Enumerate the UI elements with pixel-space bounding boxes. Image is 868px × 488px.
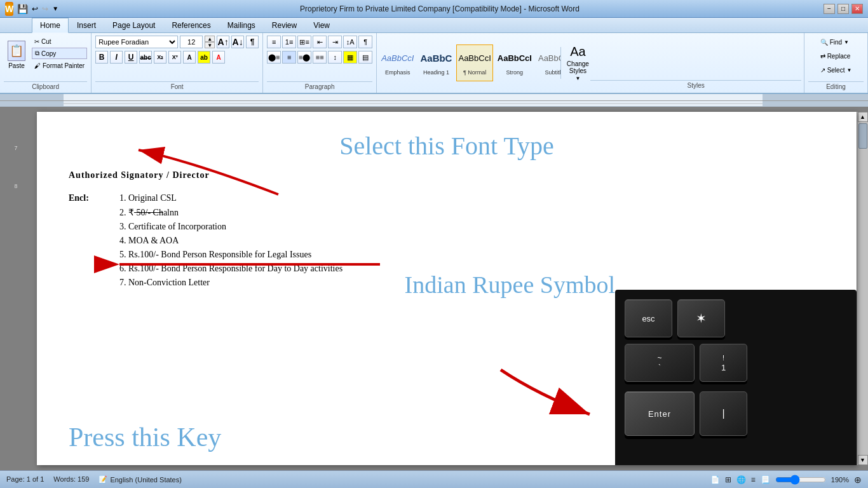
font-size-grow-btn[interactable]: A↑ xyxy=(217,36,229,48)
svg-rect-1 xyxy=(763,94,868,107)
list-item: 4. MOA & AOA xyxy=(119,236,825,246)
style-emphasis[interactable]: AaBbCcI Emphasis xyxy=(379,44,416,81)
style-strong[interactable]: AaBbCcI Strong xyxy=(496,44,534,81)
annotation-bottom: Press this Key xyxy=(69,422,221,452)
tab-home[interactable]: Home xyxy=(32,18,69,33)
find-dropdown-icon: ▼ xyxy=(844,39,849,45)
copy-button[interactable]: ⧉ Copy xyxy=(32,48,87,59)
tab-references[interactable]: References xyxy=(163,18,219,32)
close-btn[interactable]: ✕ xyxy=(851,4,863,14)
sort-btn[interactable]: ↕A xyxy=(343,36,357,48)
restore-btn[interactable]: □ xyxy=(837,4,849,14)
ruler-bar xyxy=(0,94,868,107)
paragraph-group-label: Paragraph xyxy=(267,81,372,92)
font-name-select[interactable]: Rupee Foradian xyxy=(95,36,178,48)
view-fullscreen-btn[interactable]: ⊞ xyxy=(725,475,731,484)
format-painter-button[interactable]: 🖌 Format Painter xyxy=(32,60,87,71)
list-item: 5. Rs.100/- Bond Person Responsible for … xyxy=(119,250,825,260)
scroll-up-btn[interactable]: ▲ xyxy=(858,112,868,122)
strikethrough-button[interactable]: abc xyxy=(139,51,152,64)
tab-view[interactable]: View xyxy=(305,18,338,32)
clear-formatting-btn[interactable]: ¶ xyxy=(246,36,259,48)
style-subtitle[interactable]: AaBbCcI Subtitle xyxy=(536,44,560,81)
text-effects-btn[interactable]: A xyxy=(183,51,196,64)
key-tilde: ~ ` xyxy=(625,344,695,382)
multilevel-list-btn[interactable]: ⊞≡ xyxy=(297,36,311,48)
tab-mailings[interactable]: Mailings xyxy=(219,18,264,32)
show-para-btn[interactable]: ¶ xyxy=(358,36,372,48)
svg-rect-2 xyxy=(64,94,763,107)
bullets-btn[interactable]: ≡ xyxy=(267,36,281,48)
font-size-increase-btn[interactable]: ▲ xyxy=(205,36,215,42)
scroll-thumb[interactable] xyxy=(858,123,867,149)
bold-button[interactable]: B xyxy=(95,51,108,64)
select-button[interactable]: ↗ Select ▼ xyxy=(817,64,856,76)
subscript-button[interactable]: X₂ xyxy=(154,51,166,64)
font-size-decrease-btn[interactable]: ▼ xyxy=(205,42,215,48)
group-font: Rupee Foradian ▲ ▼ A↑ A↓ ¶ B I U abc X₂ … xyxy=(92,33,263,93)
status-bar: Page: 1 of 1 Words: 159 📝 English (Unite… xyxy=(0,470,868,488)
vertical-scrollbar[interactable]: ▲ ▼ xyxy=(857,112,868,465)
red-arrow-keyboard xyxy=(488,357,615,433)
zoom-in-btn[interactable]: ⊕ xyxy=(854,475,862,485)
text-highlight-btn[interactable]: ab xyxy=(198,51,210,64)
find-button[interactable]: 🔍 Find ▼ xyxy=(817,36,853,48)
line-spacing-btn[interactable]: ↕ xyxy=(328,51,342,64)
quick-undo-btn[interactable]: ↩ xyxy=(32,4,38,13)
increase-indent-btn[interactable]: ⇥ xyxy=(328,36,342,48)
view-web-btn[interactable]: 🌐 xyxy=(736,475,746,484)
change-styles-button[interactable]: Aa Change Styles ▼ xyxy=(565,47,590,79)
key-brightness: ✶ xyxy=(677,299,725,337)
font-size-shrink-btn[interactable]: A↓ xyxy=(231,36,244,48)
cut-button[interactable]: ✂ Cut xyxy=(32,36,87,47)
align-right-btn[interactable]: ≡⬤ xyxy=(297,51,311,64)
svg-rect-0 xyxy=(0,94,64,107)
paste-icon: 📋 xyxy=(8,41,25,61)
align-center-btn[interactable]: ≡ xyxy=(282,51,296,64)
view-outline-btn[interactable]: ≡ xyxy=(751,475,756,484)
page-info: Page: 1 of 1 xyxy=(6,475,44,484)
decrease-indent-btn[interactable]: ⇤ xyxy=(313,36,327,48)
format-painter-icon: 🖌 xyxy=(34,62,41,69)
scroll-down-btn[interactable]: ▼ xyxy=(858,455,868,465)
key-enter: Enter xyxy=(625,391,695,436)
tab-page-layout[interactable]: Page Layout xyxy=(104,18,163,32)
quick-redo-btn[interactable]: ↪ xyxy=(42,4,48,13)
paste-button[interactable]: 📋 Paste xyxy=(4,36,29,74)
underline-button[interactable]: U xyxy=(125,51,137,64)
keyboard-image: esc ✶ ~ ` ! 1 Enter | xyxy=(615,290,857,465)
key-1: ! 1 xyxy=(700,344,747,382)
zoom-slider[interactable] xyxy=(775,476,826,484)
replace-icon: ⇄ xyxy=(820,53,825,60)
shading-btn[interactable]: ▦ xyxy=(343,51,357,64)
borders-btn[interactable]: ▤ xyxy=(358,51,372,64)
numbering-btn[interactable]: 1≡ xyxy=(282,36,296,48)
quick-save-btn[interactable]: 💾 xyxy=(17,4,28,14)
justify-btn[interactable]: ≡≡ xyxy=(313,51,327,64)
authorized-signatory: Authorized Signatory / Director xyxy=(69,170,825,180)
style-emphasis-label: Emphasis xyxy=(385,69,410,76)
change-styles-dropdown-icon: ▼ xyxy=(575,76,580,81)
superscript-button[interactable]: X² xyxy=(168,51,181,64)
group-styles: AaBbCcI Emphasis AaBbC Heading 1 AaBbCcI… xyxy=(377,33,804,93)
list-item: 2. ₹ 50/- Chalnn xyxy=(119,207,825,218)
font-size-input[interactable] xyxy=(180,36,203,48)
view-print-btn[interactable]: 📄 xyxy=(710,475,720,484)
replace-button[interactable]: ⇄ Replace xyxy=(817,50,855,62)
group-paragraph: ≡ 1≡ ⊞≡ ⇤ ⇥ ↕A ¶ ⬤≡ ≡ ≡⬤ ≡≡ ↕ ▦ ▤ Paragr… xyxy=(263,33,377,93)
font-color-btn[interactable]: A xyxy=(212,51,225,64)
font-group-label: Font xyxy=(95,81,259,92)
align-left-btn[interactable]: ⬤≡ xyxy=(267,51,281,64)
ribbon: 📋 Paste ✂ Cut ⧉ Copy 🖌 Format Painter Cl… xyxy=(0,33,868,94)
tab-review[interactable]: Review xyxy=(264,18,305,32)
annotation-rupee-symbol: Indian Rupee Symbol xyxy=(405,271,615,299)
key-backslash: | xyxy=(700,391,747,436)
style-normal[interactable]: AaBbCcI ¶ Normal xyxy=(456,44,492,81)
tab-insert[interactable]: Insert xyxy=(69,18,104,32)
view-draft-btn[interactable]: 📃 xyxy=(761,475,770,484)
style-heading1[interactable]: AaBbC Heading 1 xyxy=(418,44,454,81)
minimize-btn[interactable]: − xyxy=(824,4,835,14)
style-strong-label: Strong xyxy=(506,69,524,76)
italic-button[interactable]: I xyxy=(110,51,123,64)
select-icon: ↗ xyxy=(820,67,825,74)
